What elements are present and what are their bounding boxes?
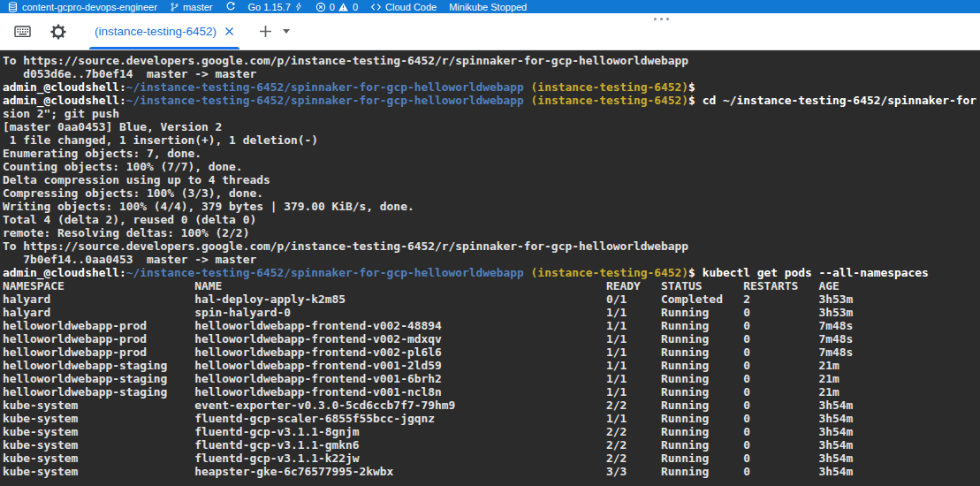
tab-close-button[interactable] — [224, 27, 234, 36]
warning-triangle-icon — [338, 2, 349, 12]
terminal-line: Total 4 (delta 2), reused 0 (delta 0) — [3, 213, 980, 226]
minikube-status-label: Minikube Stopped — [449, 2, 527, 12]
database-icon — [7, 1, 19, 13]
lightning-icon — [294, 1, 303, 12]
terminal-line: To https://source.developers.google.com/… — [3, 239, 980, 253]
status-bar: content-gcpro-devops-engineer master — [0, 0, 980, 13]
tab-bar: (instance-testing-6452) — [0, 13, 980, 50]
pods-table-row: helloworldwebapp-staging helloworldwebap… — [3, 385, 980, 399]
pods-table-header: NAMESPACE NAME READY STATUS RESTARTS AGE — [3, 279, 980, 292]
plus-icon — [259, 25, 272, 38]
terminal-line: 1 file changed, 1 insertion(+), 1 deleti… — [3, 133, 980, 147]
settings-button[interactable] — [50, 24, 66, 40]
terminal-line: Writing objects: 100% (4/4), 379 bytes |… — [3, 200, 980, 213]
project-name: content-gcpro-devops-engineer — [22, 2, 157, 12]
drag-dot — [654, 18, 657, 20]
tab-instance-testing-6452[interactable]: (instance-testing-6452) — [91, 14, 238, 49]
terminal-line: [master 0aa0453] Blue, Version 2 — [3, 120, 980, 133]
warning-count: 0 — [353, 2, 358, 12]
terminal-line: Compressing objects: 100% (3/3), done. — [3, 186, 980, 200]
pods-table-row: helloworldwebapp-prod helloworldwebapp-f… — [3, 319, 980, 332]
error-circle-icon — [315, 2, 326, 12]
tab-menu-button[interactable] — [283, 29, 290, 34]
statusbar-minikube-item[interactable]: Minikube Stopped — [449, 0, 527, 13]
pods-table-row: halyard hal-deploy-apply-k2m85 0/1 Compl… — [3, 292, 980, 306]
terminal-line: Counting objects: 100% (7/7), done. — [3, 160, 980, 173]
git-branch-icon — [170, 1, 179, 13]
pods-table-row: kube-system fluentd-gcp-v3.1.1-gmkn6 2/2… — [3, 438, 980, 452]
terminal-line: d053d6e..7b0ef14 master -> master — [3, 67, 980, 80]
new-tab-button[interactable] — [259, 25, 272, 38]
pods-table-row: kube-system event-exporter-v0.3.0-5cd6cc… — [3, 399, 980, 412]
statusbar-problems-item[interactable]: 0 0 — [315, 2, 358, 12]
keyboard-button[interactable] — [14, 25, 31, 38]
pods-table-row: kube-system fluentd-gcp-v3.1.1-8gnjm 2/2… — [3, 425, 980, 438]
cloud-code-label: Cloud Code — [385, 2, 437, 12]
pods-table-row: helloworldwebapp-prod helloworldwebapp-f… — [3, 346, 980, 359]
pods-table-row: kube-system fluentd-gcp-scaler-6855f55bc… — [3, 412, 980, 425]
terminal-line: 7b0ef14..0aa0453 master -> master — [3, 253, 980, 266]
statusbar-sync-item[interactable] — [225, 0, 236, 13]
active-tab-underline — [89, 47, 239, 49]
terminal[interactable]: To https://source.developers.google.com/… — [0, 50, 980, 486]
terminal-line: Enumerating objects: 7, done. — [3, 147, 980, 160]
code-brackets-icon — [370, 2, 382, 12]
pods-table-row: kube-system fluentd-gcp-v3.1.1-k22jw 2/2… — [3, 452, 980, 465]
pods-table-row: helloworldwebapp-prod helloworldwebapp-f… — [3, 332, 980, 346]
branch-name: master — [183, 2, 213, 12]
sync-icon — [225, 1, 236, 12]
pods-table-row: helloworldwebapp-staging helloworldwebap… — [3, 372, 980, 385]
terminal-prompt-line: admin_@cloudshell:~/instance-testing-645… — [3, 266, 980, 279]
statusbar-branch-item[interactable]: master — [170, 0, 213, 13]
drag-dot — [666, 18, 669, 20]
error-count: 0 — [330, 2, 335, 12]
tab-label: (instance-testing-6452) — [95, 25, 217, 38]
statusbar-project-item[interactable]: content-gcpro-devops-engineer — [7, 0, 157, 13]
terminal-text: To https://source.developers.google.com/… — [3, 54, 980, 478]
cloud-shell-window: content-gcpro-devops-engineer master — [0, 0, 980, 486]
statusbar-go-item[interactable]: Go 1.15.7 — [248, 0, 303, 13]
terminal-line: remote: Resolving deltas: 100% (2/2) — [3, 226, 980, 239]
terminal-prompt-line: admin_@cloudshell:~/instance-testing-645… — [3, 94, 980, 107]
close-icon — [224, 27, 234, 36]
pods-table-row: kube-system heapster-gke-6c76577995-2kwb… — [3, 465, 980, 478]
terminal-line: To https://source.developers.google.com/… — [3, 54, 980, 67]
drag-dot — [660, 18, 663, 20]
terminal-line: sion 2"; git push — [3, 107, 980, 120]
pods-table-row: helloworldwebapp-staging helloworldwebap… — [3, 359, 980, 372]
panel-drag-handle[interactable] — [654, 18, 669, 20]
pods-table-row: halyard spin-halyard-0 1/1 Running 0 3h5… — [3, 306, 980, 319]
terminal-prompt-line: admin_@cloudshell:~/instance-testing-645… — [3, 80, 980, 94]
keyboard-icon — [14, 25, 31, 38]
terminal-line: Delta compression using up to 4 threads — [3, 173, 980, 186]
chevron-down-icon — [283, 29, 290, 34]
statusbar-cloud-code-item[interactable]: Cloud Code — [370, 0, 437, 13]
go-version-label: Go 1.15.7 — [248, 2, 291, 12]
gear-icon — [50, 24, 66, 40]
